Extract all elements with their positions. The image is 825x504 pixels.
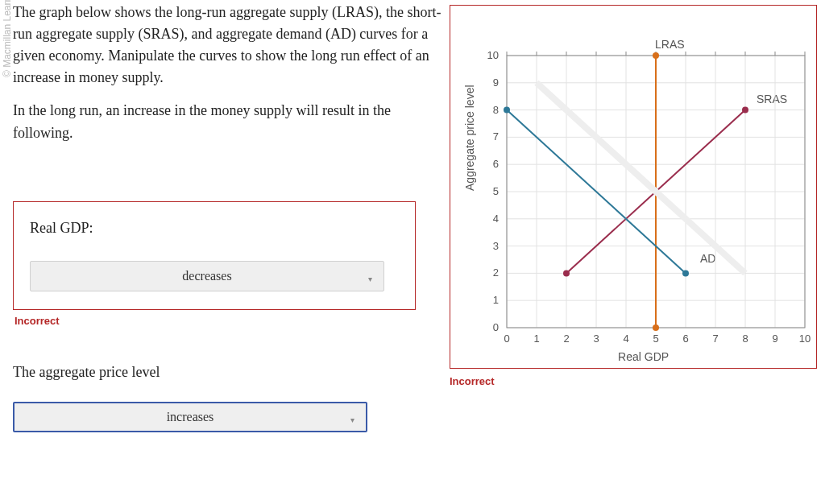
label-real-gdp: Real GDP: (30, 220, 399, 237)
svg-text:9: 9 (772, 333, 777, 345)
prompt-paragraph-2: In the long run, an increase in the mone… (13, 100, 448, 145)
chevron-down-icon: ▾ (350, 415, 354, 424)
chart-plot[interactable]: 001122334455667788991010 (450, 6, 818, 370)
svg-text:6: 6 (682, 333, 688, 345)
dropdown-price-level-value: increases (167, 410, 214, 424)
question-column: The graph below shows the long-run aggre… (13, 0, 448, 432)
dropdown-real-gdp-value: decreases (182, 269, 231, 283)
svg-text:10: 10 (487, 49, 499, 61)
prompt-paragraph-1: The graph below shows the long-run aggre… (13, 2, 448, 89)
svg-point-57 (653, 52, 659, 59)
svg-text:8: 8 (493, 104, 499, 116)
svg-text:1: 1 (533, 333, 539, 345)
svg-point-60 (504, 107, 510, 114)
answer-block-real-gdp: Real GDP: decreases ▾ (13, 201, 416, 310)
svg-point-59 (742, 107, 748, 114)
svg-text:5: 5 (493, 185, 499, 197)
svg-text:7: 7 (712, 333, 718, 345)
svg-text:2: 2 (563, 333, 569, 345)
svg-text:9: 9 (493, 76, 499, 89)
svg-text:2: 2 (493, 266, 499, 279)
svg-point-56 (653, 324, 659, 331)
chevron-down-icon: ▾ (368, 275, 372, 283)
svg-text:3: 3 (493, 240, 499, 252)
svg-text:3: 3 (593, 333, 599, 345)
svg-text:5: 5 (653, 333, 658, 345)
dropdown-price-level[interactable]: increases ▾ (13, 402, 367, 432)
chart-column: Aggregate price level Real GDP LRAS SRAS… (450, 5, 820, 387)
svg-text:1: 1 (493, 294, 499, 306)
dropdown-real-gdp[interactable]: decreases ▾ (30, 261, 384, 291)
svg-text:10: 10 (799, 333, 810, 345)
answer-block-price-level: The aggregate price level increases ▾ (13, 351, 416, 432)
copyright-watermark: © Macmillan Learning (2, 0, 13, 77)
svg-text:4: 4 (623, 333, 628, 345)
feedback-real-gdp: Incorrect (15, 315, 448, 327)
svg-text:8: 8 (742, 333, 748, 345)
svg-text:7: 7 (493, 130, 499, 143)
feedback-chart: Incorrect (450, 375, 820, 387)
svg-text:6: 6 (493, 158, 499, 170)
svg-text:0: 0 (504, 333, 509, 345)
chart-frame[interactable]: Aggregate price level Real GDP LRAS SRAS… (450, 5, 817, 369)
label-price-level: The aggregate price level (13, 364, 400, 381)
svg-point-61 (682, 270, 689, 276)
svg-point-58 (563, 270, 570, 276)
svg-text:0: 0 (493, 321, 499, 333)
svg-text:4: 4 (493, 213, 499, 225)
